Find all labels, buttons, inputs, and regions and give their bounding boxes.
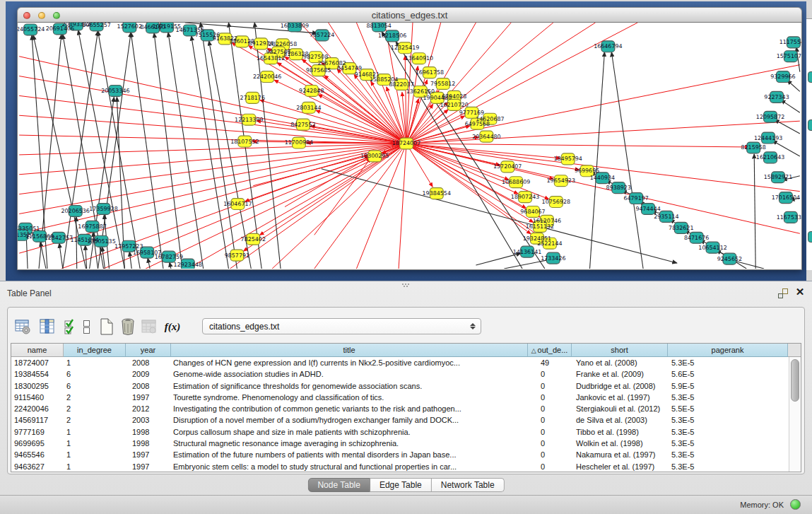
- table-row[interactable]: 946362711997Embryonic stem cells: a mode…: [11, 461, 801, 472]
- cell-in-degree[interactable]: 2: [64, 392, 126, 403]
- cell-out-de-[interactable]: 0: [528, 392, 572, 403]
- cell-year[interactable]: 1997: [126, 449, 171, 460]
- cell-short[interactable]: Wolkin et al. (1998): [572, 438, 668, 449]
- new-table-button[interactable]: [97, 317, 117, 336]
- show-columns-button[interactable]: [37, 317, 57, 336]
- column-header-year[interactable]: year: [126, 344, 171, 357]
- cell-name[interactable]: 9463627: [11, 461, 64, 472]
- column-header-name[interactable]: name: [11, 344, 64, 357]
- cell-year[interactable]: 1998: [126, 438, 171, 449]
- table-settings-button[interactable]: [13, 317, 33, 336]
- cell-year[interactable]: 1997: [126, 392, 171, 403]
- table-row[interactable]: 2242004622012Investigating the contribut…: [11, 403, 801, 414]
- cell-name[interactable]: 9115460: [11, 392, 64, 403]
- cell-year[interactable]: 2008: [126, 380, 171, 392]
- unselect-all-button[interactable]: [80, 317, 94, 336]
- cell-title[interactable]: Estimation of significance thresholds fo…: [171, 380, 528, 392]
- cell-in-degree[interactable]: 6: [64, 368, 126, 380]
- cell-title[interactable]: Genome-wide association studies in ADHD.: [171, 368, 528, 380]
- cell-pagerank[interactable]: 5.3E-5: [668, 461, 788, 472]
- cell-pagerank[interactable]: 5.3E-5: [668, 357, 788, 368]
- column-header-in-degree[interactable]: in_degree: [64, 344, 126, 357]
- cell-short[interactable]: Yano et al. (2008): [572, 357, 668, 368]
- cell-pagerank[interactable]: 5.9E-5: [668, 380, 788, 392]
- table-scrollbar-thumb[interactable]: [791, 359, 799, 402]
- cell-out-de-[interactable]: 0: [528, 414, 572, 426]
- column-header-out-de-[interactable]: △out_de...: [528, 344, 572, 357]
- cell-pagerank[interactable]: 5.3E-5: [668, 392, 788, 403]
- table-row[interactable]: 977716911998Corpus callosum shape and si…: [11, 426, 801, 438]
- cell-year[interactable]: 2009: [126, 368, 171, 380]
- network-window-titlebar[interactable]: citations_edges.txt: [17, 7, 802, 23]
- cell-out-de-[interactable]: 0: [528, 368, 572, 380]
- cell-out-de-[interactable]: 0: [528, 461, 572, 472]
- cell-out-de-[interactable]: 49: [528, 357, 572, 368]
- table-row[interactable]: 1872400712008Changes of HCN gene express…: [11, 357, 801, 368]
- table-row[interactable]: 969969511998Structural magnetic resonanc…: [11, 438, 801, 449]
- cell-in-degree[interactable]: 1: [64, 438, 126, 449]
- delete-table-button[interactable]: [139, 317, 159, 336]
- function-builder-button[interactable]: f(x): [160, 317, 184, 336]
- cell-out-de-[interactable]: 0: [528, 380, 572, 392]
- cell-name[interactable]: 9465546: [11, 449, 64, 460]
- cell-name[interactable]: 9777169: [11, 426, 64, 438]
- table-row[interactable]: 1830029562008Estimation of significance …: [11, 380, 801, 392]
- cell-in-degree[interactable]: 2: [64, 414, 126, 426]
- network-canvas[interactable]: 9163822886012889129342822605898275051654…: [17, 23, 802, 270]
- tab-edge-table[interactable]: Edge Table: [370, 478, 432, 492]
- cell-pagerank[interactable]: 5.3E-5: [668, 449, 788, 460]
- column-header-pagerank[interactable]: pagerank: [668, 344, 788, 357]
- cell-title[interactable]: Estimation of the future numbers of pati…: [171, 449, 528, 460]
- network-graph-svg[interactable]: 9163822886012889129342822605898275051654…: [18, 23, 801, 269]
- cell-short[interactable]: Dudbridge et al. (2008): [572, 380, 668, 392]
- cell-name[interactable]: 14569117: [11, 414, 64, 426]
- cell-short[interactable]: Nakamura et al. (1997): [572, 449, 668, 460]
- cell-title[interactable]: Investigating the contribution of common…: [171, 403, 528, 414]
- tab-network-table[interactable]: Network Table: [432, 478, 505, 492]
- table-row[interactable]: 911546021997Tourette syndrome. Phenomeno…: [11, 392, 801, 403]
- cell-short[interactable]: Franke et al. (2009): [572, 368, 668, 380]
- cell-title[interactable]: Changes of HCN gene expression and I(f) …: [171, 357, 528, 368]
- cell-title[interactable]: Embryonic stem cells: a model to study s…: [171, 461, 528, 472]
- cell-pagerank[interactable]: 5.6E-5: [668, 368, 788, 380]
- table-scrollbar-track[interactable]: [789, 357, 801, 472]
- table-row[interactable]: 1938455462009Genome-wide association stu…: [11, 368, 801, 380]
- column-header-short[interactable]: short: [572, 344, 668, 357]
- zoom-window-button[interactable]: [53, 12, 60, 19]
- close-window-button[interactable]: [23, 12, 30, 19]
- tab-node-table[interactable]: Node Table: [307, 478, 370, 492]
- cell-in-degree[interactable]: 1: [64, 357, 126, 368]
- cell-in-degree[interactable]: 1: [64, 426, 126, 438]
- cell-short[interactable]: de Silva et al. (2003): [572, 414, 668, 426]
- memory-ok-indicator-icon[interactable]: [790, 499, 801, 510]
- cell-pagerank[interactable]: 5.3E-5: [668, 438, 788, 449]
- cell-pagerank[interactable]: 5.3E-5: [668, 414, 788, 426]
- cell-short[interactable]: Hescheler et al. (1997): [572, 461, 668, 472]
- cell-name[interactable]: 18724007: [11, 357, 64, 368]
- cell-name[interactable]: 22420046: [11, 403, 64, 414]
- cell-out-de-[interactable]: 0: [528, 426, 572, 438]
- cell-pagerank[interactable]: 5.5E-5: [668, 403, 788, 414]
- close-panel-icon[interactable]: ✕: [794, 286, 806, 298]
- cell-pagerank[interactable]: 5.3E-5: [668, 426, 788, 438]
- cell-in-degree[interactable]: 1: [64, 449, 126, 460]
- cell-title[interactable]: Disruption of a novel member of a sodium…: [171, 414, 528, 426]
- table-row[interactable]: 1456911722003Disruption of a novel membe…: [11, 414, 801, 426]
- column-header-title[interactable]: title: [171, 344, 528, 357]
- table-select-dropdown[interactable]: citations_edges.txt: [202, 318, 481, 334]
- delete-rows-button[interactable]: [118, 317, 138, 336]
- cell-out-de-[interactable]: 0: [528, 438, 572, 449]
- cell-short[interactable]: Jankovic et al. (1997): [572, 392, 668, 403]
- cell-name[interactable]: 18300295: [11, 380, 64, 392]
- cell-year[interactable]: 1997: [126, 461, 171, 472]
- cell-in-degree[interactable]: 2: [64, 403, 126, 414]
- table-row[interactable]: 946554611997Estimation of the future num…: [11, 449, 801, 460]
- cell-year[interactable]: 2003: [126, 414, 171, 426]
- cell-title[interactable]: Corpus callosum shape and size in male p…: [171, 426, 528, 438]
- cell-out-de-[interactable]: 0: [528, 449, 572, 460]
- cell-out-de-[interactable]: 0: [528, 403, 572, 414]
- cell-title[interactable]: Tourette syndrome. Phenomenology and cla…: [171, 392, 528, 403]
- cell-in-degree[interactable]: 6: [64, 380, 126, 392]
- cell-name[interactable]: 19384554: [11, 368, 64, 380]
- cell-name[interactable]: 9699695: [11, 438, 64, 449]
